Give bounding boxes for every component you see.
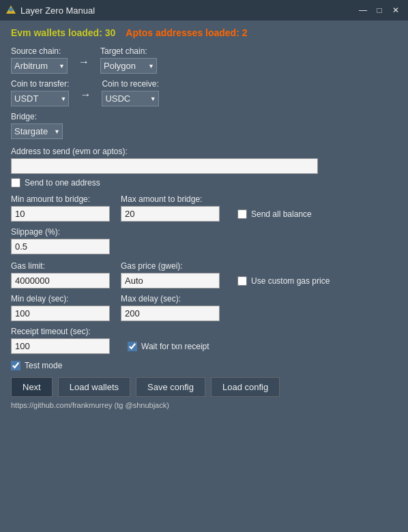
coin-transfer-group: Coin to transfer: USDT USDC ETH (11, 79, 69, 106)
amount-row: Min amount to bridge: Max amount to brid… (11, 194, 397, 222)
min-delay-input[interactable] (11, 306, 110, 321)
max-amount-input[interactable] (121, 206, 220, 222)
test-mode-checkbox[interactable] (11, 361, 20, 370)
slippage-label: Slippage (%): (11, 227, 110, 237)
max-amount-label: Max amount to bridge: (121, 194, 220, 204)
footer-buttons: Next Load wallets Save config Load confi… (11, 377, 397, 397)
address-section: Address to send (evm or aptos): (11, 146, 397, 174)
custom-gas-label: Use custom gas price (251, 276, 330, 286)
app-icon (5, 5, 16, 16)
delay-row: Min delay (sec): Max delay (sec): (11, 294, 397, 321)
custom-gas-group: Use custom gas price (237, 276, 330, 289)
receipt-timeout-label: Receipt timeout (sec): (11, 327, 110, 336)
evm-status: Evm wallets loaded: 30 (11, 27, 115, 38)
source-chain-label: Source chain: (11, 46, 68, 56)
gas-price-input[interactable] (121, 273, 220, 289)
test-mode-label: Test mode (25, 361, 62, 370)
target-chain-select-wrapper: Polygon Ethereum Optimism BSC (100, 58, 157, 74)
chain-row: Source chain: Arbitrum Ethereum Optimism… (11, 46, 397, 74)
maximize-button[interactable]: □ (373, 3, 386, 17)
title-bar-left: Layer Zero Manual (5, 5, 95, 16)
max-amount-group: Max amount to bridge: (121, 194, 220, 222)
max-delay-label: Max delay (sec): (121, 294, 220, 304)
min-delay-label: Min delay (sec): (11, 294, 110, 304)
status-bar: Evm wallets loaded: 30 Aptos addresses l… (11, 27, 397, 38)
bridge-row: Bridge: Stargate Hop Across (11, 112, 397, 139)
wait-receipt-group: Wait for txn receipt (128, 342, 209, 354)
title-bar-controls: — □ ✕ (356, 3, 403, 17)
receipt-row: Receipt timeout (sec): Wait for txn rece… (11, 327, 397, 354)
minimize-button[interactable]: — (356, 3, 370, 17)
min-delay-group: Min delay (sec): (11, 294, 110, 321)
gas-limit-group: Gas limit: (11, 261, 110, 289)
send-one-address-row: Send to one address (11, 178, 397, 188)
bridge-select[interactable]: Stargate Hop Across (11, 123, 63, 139)
slippage-input[interactable] (11, 239, 110, 254)
wait-receipt-checkbox[interactable] (128, 342, 137, 351)
coin-receive-select-wrapper: USDC USDT ETH (102, 91, 158, 106)
max-delay-group: Max delay (sec): (121, 294, 220, 321)
aptos-status: Aptos addresses loaded: 2 (126, 27, 247, 38)
bridge-group: Bridge: Stargate Hop Across (11, 112, 63, 139)
receipt-timeout-group: Receipt timeout (sec): (11, 327, 110, 354)
coin-transfer-select[interactable]: USDT USDC ETH (11, 91, 69, 106)
min-amount-input[interactable] (11, 206, 110, 222)
test-mode-row: Test mode (11, 361, 397, 370)
send-all-balance-label: Send all balance (251, 209, 312, 219)
svg-point-1 (9, 8, 13, 12)
footer-link-text: https://github.com/frankmurrey (tg @shnu… (11, 401, 169, 409)
title-bar: Layer Zero Manual — □ ✕ (0, 0, 408, 20)
max-delay-input[interactable] (121, 306, 220, 321)
next-button[interactable]: Next (11, 377, 53, 397)
send-one-address-checkbox[interactable] (11, 178, 20, 188)
min-amount-label: Min amount to bridge: (11, 194, 110, 204)
load-config-button[interactable]: Load config (211, 377, 280, 397)
coin-arrow: → (80, 89, 91, 104)
gas-price-label: Gas price (gwei): (121, 261, 220, 271)
send-all-balance-group: Send all balance (237, 209, 312, 222)
coin-receive-label: Coin to receive: (102, 79, 158, 89)
save-config-button[interactable]: Save config (136, 377, 205, 397)
close-button[interactable]: ✕ (389, 3, 403, 17)
source-chain-select[interactable]: Arbitrum Ethereum Optimism BSC (11, 58, 68, 74)
slippage-group: Slippage (%): (11, 227, 110, 254)
slippage-row: Slippage (%): (11, 227, 397, 254)
footer-link: https://github.com/frankmurrey (tg @shnu… (11, 401, 397, 409)
gas-limit-label: Gas limit: (11, 261, 110, 271)
source-chain-select-wrapper: Arbitrum Ethereum Optimism BSC (11, 58, 68, 74)
source-chain-group: Source chain: Arbitrum Ethereum Optimism… (11, 46, 68, 74)
coin-transfer-select-wrapper: USDT USDC ETH (11, 91, 69, 106)
load-wallets-button[interactable]: Load wallets (58, 377, 130, 397)
coin-receive-group: Coin to receive: USDC USDT ETH (102, 79, 158, 106)
target-chain-group: Target chain: Polygon Ethereum Optimism … (100, 46, 157, 74)
coin-transfer-label: Coin to transfer: (11, 79, 69, 89)
receipt-timeout-input[interactable] (11, 338, 110, 354)
gas-price-group: Gas price (gwei): (121, 261, 220, 289)
wait-receipt-label: Wait for txn receipt (141, 342, 209, 351)
target-chain-label: Target chain: (100, 46, 157, 56)
target-chain-select[interactable]: Polygon Ethereum Optimism BSC (100, 58, 157, 74)
send-all-balance-checkbox[interactable] (237, 209, 247, 219)
gas-row: Gas limit: Gas price (gwei): Use custom … (11, 261, 397, 289)
address-input[interactable] (11, 158, 318, 174)
address-label: Address to send (evm or aptos): (11, 147, 128, 156)
chain-arrow: → (78, 56, 89, 71)
title-bar-title: Layer Zero Manual (20, 5, 95, 16)
bridge-select-wrapper: Stargate Hop Across (11, 123, 63, 139)
main-content: Evm wallets loaded: 30 Aptos addresses l… (0, 20, 408, 416)
send-one-address-label: Send to one address (25, 178, 100, 188)
coin-row: Coin to transfer: USDT USDC ETH → Coin t… (11, 79, 397, 106)
gas-limit-input[interactable] (11, 273, 110, 289)
coin-receive-select[interactable]: USDC USDT ETH (102, 91, 158, 106)
min-amount-group: Min amount to bridge: (11, 194, 110, 222)
bridge-label: Bridge: (11, 112, 63, 121)
custom-gas-checkbox[interactable] (237, 276, 247, 286)
